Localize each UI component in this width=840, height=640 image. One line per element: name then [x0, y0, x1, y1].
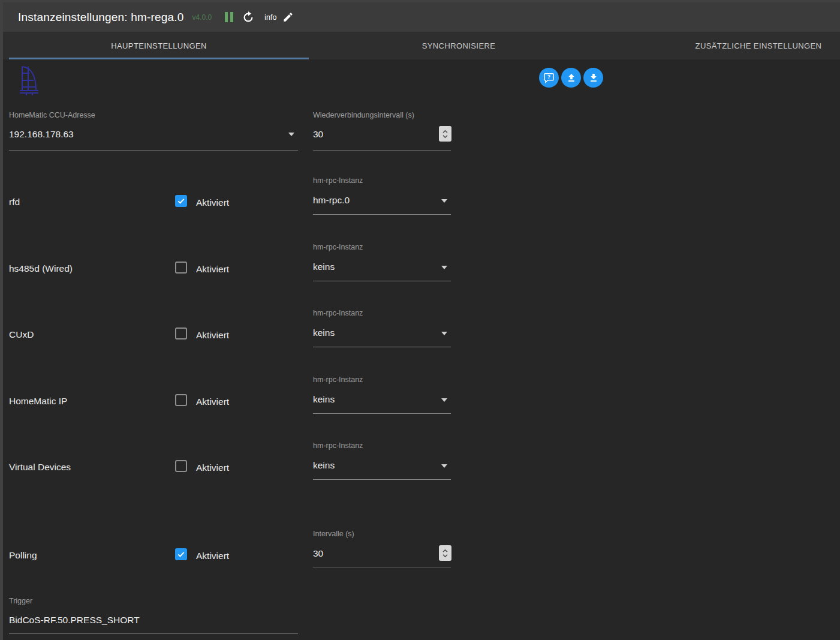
- rfd-enabled-checkbox[interactable]: [175, 195, 187, 207]
- log-level-label[interactable]: info: [264, 13, 276, 22]
- service-row-homematic-ip: HomeMatic IP Aktiviert hm-rpc-Instanz ke…: [0, 371, 840, 437]
- download-icon: [588, 73, 599, 83]
- page-title: Instanzeinstellungen: hm-rega.0: [18, 11, 184, 24]
- instance-underline: [313, 479, 451, 480]
- enabled-label: Aktiviert: [196, 264, 229, 275]
- instance-underline: [313, 214, 451, 215]
- caret-down-icon[interactable]: [441, 398, 447, 402]
- instance-underline: [313, 281, 451, 281]
- spinner-down-icon: [442, 554, 448, 558]
- settings-tabbar: HAUPTEINSTELLUNGEN SYNCHRONISIERE ZUSÄTZ…: [0, 32, 840, 59]
- refresh-icon[interactable]: [242, 11, 255, 24]
- download-config-button[interactable]: [583, 68, 603, 88]
- hs485d-instance-select[interactable]: keins: [313, 262, 335, 272]
- enabled-label: Aktiviert: [196, 551, 229, 561]
- service-name: Polling: [9, 550, 37, 561]
- service-row-rfd: rfd Aktiviert hm-rpc-Instanz hm-rpc.0: [0, 172, 840, 238]
- rfd-instance-select[interactable]: hm-rpc.0: [313, 195, 350, 206]
- enabled-label: Aktiviert: [196, 197, 229, 208]
- homematic-ip-enabled-checkbox[interactable]: [175, 394, 187, 406]
- service-name: Virtual Devices: [9, 462, 71, 473]
- tab-synchronisiere[interactable]: SYNCHRONISIERE: [309, 32, 609, 59]
- enabled-label: Aktiviert: [196, 330, 229, 341]
- upload-config-button[interactable]: [561, 68, 581, 88]
- upload-icon: [566, 73, 577, 83]
- polling-interval-label: Intervalle (s): [313, 530, 354, 538]
- adapter-version: v4.0.0: [192, 13, 212, 22]
- ccu-address-select[interactable]: 192.168.178.63: [9, 129, 74, 140]
- config-toolbar: ?: [539, 68, 603, 88]
- polling-interval-spinner[interactable]: [439, 545, 451, 561]
- pause-instance-icon[interactable]: [225, 12, 233, 22]
- dialog-header: Instanzeinstellungen: hm-rega.0 v4.0.0 i…: [0, 2, 840, 32]
- hs485d-enabled-checkbox[interactable]: [175, 262, 187, 274]
- ccu-address-caret-down-icon[interactable]: [288, 133, 294, 136]
- trigger-label: Trigger: [9, 597, 32, 605]
- ccu-address-underline: [9, 150, 298, 151]
- cuxd-instance-select[interactable]: keins: [313, 327, 335, 338]
- virtual-devices-enabled-checkbox[interactable]: [175, 460, 187, 472]
- reconnect-interval-label: Wiederverbindungsintervall (s): [313, 111, 414, 119]
- caret-down-icon[interactable]: [441, 266, 447, 269]
- service-name: CUxD: [9, 329, 34, 340]
- spinner-up-icon: [442, 549, 448, 553]
- service-name: HomeMatic IP: [9, 396, 67, 407]
- trigger-underline: [9, 633, 298, 634]
- instance-label: hm-rpc-Instanz: [313, 375, 363, 384]
- spinner-up-icon: [442, 130, 448, 134]
- tab-zusaetzliche-einstellungen[interactable]: ZUSÄTZLICHE EINSTELLUNGEN: [609, 32, 840, 59]
- service-row-virtual-devices: Virtual Devices Aktiviert hm-rpc-Instanz…: [0, 437, 840, 503]
- hm-rega-adapter-logo: [18, 64, 41, 99]
- enabled-label: Aktiviert: [196, 396, 229, 407]
- refresh-icon-glyph: [242, 11, 255, 24]
- instance-label: hm-rpc-Instanz: [313, 441, 363, 450]
- help-button[interactable]: ?: [539, 68, 559, 88]
- instance-underline: [313, 347, 451, 347]
- checkmark-icon: [177, 197, 185, 205]
- instance-settings-dialog: Instanzeinstellungen: hm-rega.0 v4.0.0 i…: [0, 0, 840, 640]
- svg-text:?: ?: [547, 74, 550, 80]
- window-top-edge: [0, 0, 840, 2]
- service-row-hs485d: hs485d (Wired) Aktiviert hm-rpc-Instanz …: [0, 238, 840, 305]
- service-name: hs485d (Wired): [9, 263, 73, 274]
- caret-down-icon[interactable]: [441, 332, 447, 335]
- service-row-cuxd: CUxD Aktiviert hm-rpc-Instanz keins: [0, 304, 840, 371]
- polling-enabled-checkbox[interactable]: [175, 548, 187, 560]
- caret-down-icon[interactable]: [441, 199, 447, 203]
- service-row-polling: Polling Aktiviert Intervalle (s) 30: [0, 525, 840, 591]
- instance-label: hm-rpc-Instanz: [313, 176, 363, 185]
- reconnect-interval-spinner[interactable]: [439, 126, 451, 142]
- reconnect-interval-input[interactable]: 30: [313, 129, 323, 140]
- edit-pencil-icon[interactable]: [282, 11, 294, 23]
- polling-interval-input[interactable]: 30: [313, 548, 323, 559]
- virtual-devices-instance-select[interactable]: keins: [313, 460, 335, 471]
- ccu-address-label: HomeMatic CCU-Adresse: [9, 111, 95, 119]
- instance-label: hm-rpc-Instanz: [313, 309, 363, 317]
- instance-label: hm-rpc-Instanz: [313, 243, 363, 251]
- main-settings-panel: ? HomeMatic CCU-Adresse 192.168.178.63: [0, 59, 840, 640]
- checkmark-icon: [177, 550, 185, 558]
- tab-haupteinstellungen[interactable]: HAUPTEINSTELLUNGEN: [9, 32, 309, 59]
- reconnect-interval-underline: [313, 150, 451, 151]
- cuxd-enabled-checkbox[interactable]: [175, 327, 187, 339]
- enabled-label: Aktiviert: [196, 462, 229, 473]
- homematic-ip-instance-select[interactable]: keins: [313, 394, 335, 405]
- spinner-down-icon: [442, 134, 448, 139]
- caret-down-icon[interactable]: [441, 464, 447, 468]
- trigger-input[interactable]: BidCoS-RF.50.PRESS_SHORT: [9, 615, 140, 626]
- window-left-edge: [0, 0, 3, 640]
- service-name: rfd: [9, 197, 20, 208]
- help-icon: ?: [543, 72, 555, 83]
- instance-underline: [313, 413, 451, 414]
- polling-interval-underline: [313, 567, 451, 567]
